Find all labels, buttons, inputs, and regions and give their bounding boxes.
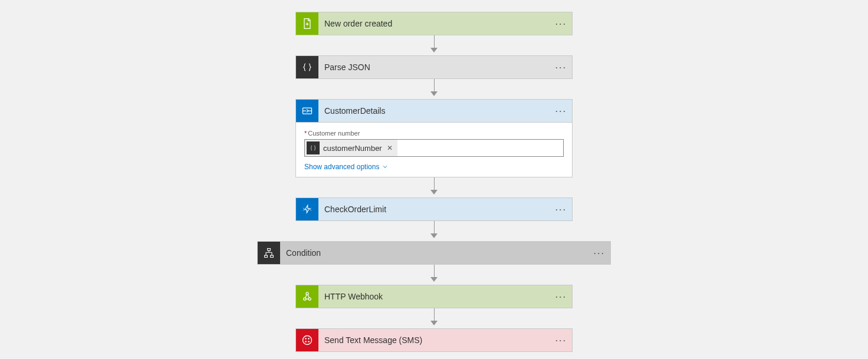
connector-arrow <box>430 79 438 99</box>
step-title: HTTP Webhook <box>318 292 550 301</box>
step-title: CheckOrderLimit <box>318 205 550 214</box>
connector-arrow <box>430 265 438 285</box>
step-menu-button[interactable]: ··· <box>550 291 572 303</box>
svg-point-8 <box>305 338 307 340</box>
connector-arrow <box>430 221 438 241</box>
api-connector-icon <box>296 100 318 122</box>
step-menu-button[interactable]: ··· <box>550 105 572 117</box>
step-title: CustomerDetails <box>318 106 550 116</box>
condition-icon <box>258 242 280 264</box>
braces-icon <box>296 56 318 78</box>
svg-rect-2 <box>265 255 268 257</box>
webhook-icon <box>296 285 318 308</box>
token-remove-button[interactable]: ✕ <box>386 144 397 152</box>
step-title: New order created <box>318 19 550 28</box>
chevron-down-icon <box>382 163 389 170</box>
document-plus-icon <box>296 12 318 35</box>
step-title: Parse JSON <box>318 62 550 72</box>
step-header[interactable]: Send Text Message (SMS) ··· <box>296 329 572 351</box>
svg-rect-3 <box>271 255 274 257</box>
designer-canvas: New order created ··· Parse JSON ··· <box>0 0 868 359</box>
advanced-options-label: Show advanced options <box>304 163 379 171</box>
step-body: *Customer number customerNumber ✕ <box>296 122 572 177</box>
step-title: Condition <box>280 248 588 258</box>
step-menu-button[interactable]: ··· <box>588 247 610 259</box>
lightning-icon <box>296 198 318 220</box>
braces-icon <box>307 141 320 154</box>
step-parse-json[interactable]: Parse JSON ··· <box>295 55 573 79</box>
step-title: Send Text Message (SMS) <box>318 335 550 345</box>
step-header[interactable]: HTTP Webhook ··· <box>296 285 572 308</box>
field-label: *Customer number <box>304 130 564 137</box>
step-header[interactable]: New order created ··· <box>296 12 572 35</box>
token-label: customerNumber <box>323 144 386 153</box>
step-new-order-created[interactable]: New order created ··· <box>295 12 573 35</box>
step-header[interactable]: CheckOrderLimit ··· <box>296 198 572 220</box>
step-menu-button[interactable]: ··· <box>550 334 572 347</box>
dynamic-content-token[interactable]: customerNumber ✕ <box>305 140 397 156</box>
required-mark: * <box>304 130 307 137</box>
workflow-column: New order created ··· Parse JSON ··· <box>257 12 611 352</box>
svg-point-4 <box>304 298 306 300</box>
connector-arrow <box>430 177 438 197</box>
svg-point-10 <box>305 341 307 342</box>
connector-arrow <box>430 35 438 55</box>
connector-arrow <box>430 308 438 328</box>
svg-point-7 <box>303 336 312 345</box>
svg-point-11 <box>308 341 310 342</box>
step-menu-button[interactable]: ··· <box>550 18 572 30</box>
show-advanced-options-link[interactable]: Show advanced options <box>304 163 389 171</box>
step-send-sms[interactable]: Send Text Message (SMS) ··· <box>295 328 573 352</box>
step-http-webhook[interactable]: HTTP Webhook ··· <box>295 285 573 308</box>
step-check-order-limit[interactable]: CheckOrderLimit ··· <box>295 197 573 221</box>
svg-point-9 <box>308 338 310 340</box>
step-header[interactable]: Parse JSON ··· <box>296 56 572 78</box>
customer-number-input[interactable]: customerNumber ✕ <box>304 139 564 157</box>
svg-point-5 <box>308 298 311 300</box>
step-menu-button[interactable]: ··· <box>550 61 572 74</box>
step-customer-details[interactable]: CustomerDetails ··· *Customer number <box>295 99 573 177</box>
step-header[interactable]: CustomerDetails ··· <box>296 100 572 122</box>
step-menu-button[interactable]: ··· <box>550 203 572 216</box>
step-header[interactable]: Condition ··· <box>258 242 610 264</box>
twilio-icon <box>296 329 318 351</box>
svg-rect-1 <box>268 249 271 251</box>
step-condition[interactable]: Condition ··· <box>257 241 611 265</box>
field-label-text: Customer number <box>308 130 360 137</box>
svg-point-6 <box>306 292 308 295</box>
